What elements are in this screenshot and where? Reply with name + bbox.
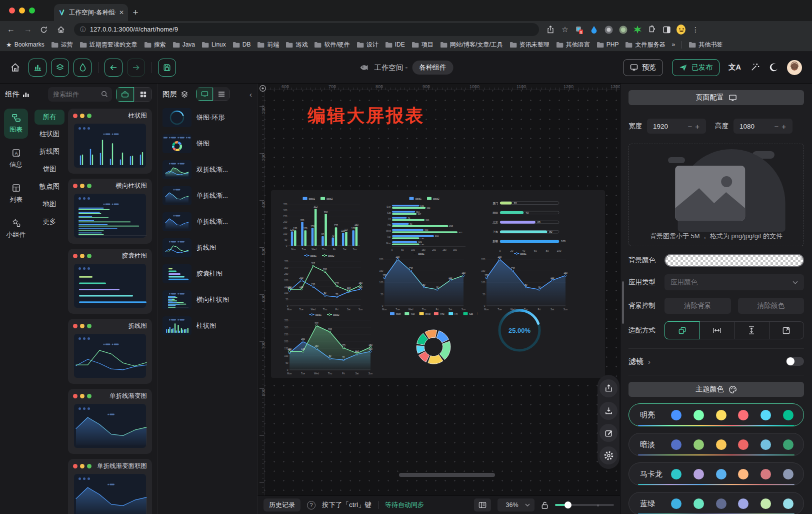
close-window-button[interactable] <box>9 8 15 14</box>
browser-tab[interactable]: 工作空间-各种组件 ✕ <box>54 4 128 21</box>
bookmark-folder[interactable]: 其他语言 <box>556 41 590 49</box>
app-type-select[interactable]: 应用颜色 <box>664 274 804 290</box>
extensions-puzzle-icon[interactable] <box>648 25 656 34</box>
import-icon[interactable] <box>600 402 618 420</box>
slider-knob[interactable] <box>564 501 572 508</box>
tab-close-icon[interactable]: ✕ <box>119 9 124 16</box>
layer-item[interactable]: 饼图 <box>158 131 257 157</box>
layer-item[interactable]: 柱状图 <box>158 313 257 339</box>
save-button[interactable] <box>158 59 176 77</box>
back-icon[interactable]: ← <box>6 25 16 34</box>
category-所有[interactable]: 所有 <box>34 110 64 125</box>
category-散点图[interactable]: 散点图 <box>34 178 64 195</box>
bookmark-star-icon[interactable]: ☆ <box>560 25 570 34</box>
chart-area1[interactable]: data1050100150200MonTueWedThuFriSatSun12… <box>476 250 570 311</box>
bookmark-folder[interactable]: 网站/博客/文章/工具 <box>440 41 503 49</box>
chart-area2[interactable]: data1data2050100150200250300350MonTueWed… <box>279 311 375 375</box>
minimize-window-button[interactable] <box>19 8 25 14</box>
zoom-slider[interactable] <box>555 501 614 508</box>
chart-hbar[interactable]: data1data2050100150200250300Sun130160Sat… <box>381 195 473 251</box>
bookmark-folder[interactable]: DB <box>232 41 251 49</box>
decrement-icon[interactable]: − <box>686 122 694 131</box>
bookmarks-overflow-chevron[interactable]: » <box>672 41 675 48</box>
bg-color-swatch[interactable] <box>664 254 804 267</box>
bookmark-folder[interactable]: 运营 <box>51 41 73 49</box>
layer-thumbnail-view-toggle[interactable] <box>196 88 213 101</box>
component-card[interactable]: 单折线渐变图 <box>68 389 152 454</box>
menu-dots-icon[interactable]: ⋮ <box>691 25 700 34</box>
layer-item[interactable]: 双折线渐... <box>158 157 257 183</box>
bookmark-folder[interactable]: 前端 <box>257 41 279 49</box>
layer-item[interactable]: 折线图 <box>158 235 257 261</box>
fit-width-button[interactable] <box>700 321 735 339</box>
help-icon[interactable]: ? <box>307 501 316 509</box>
other-bookmarks[interactable]: 其他书签 <box>688 41 722 49</box>
layer-item[interactable]: 单折线渐... <box>158 209 257 235</box>
sidebar-nav-图表[interactable]: 图表 <box>4 109 28 139</box>
history-button[interactable]: 历史记录 <box>264 498 300 511</box>
component-card[interactable]: 横向柱状图 <box>68 179 152 244</box>
chart-bar[interactable]: data1data2050100150200250300350120200150… <box>278 195 363 251</box>
bookmark-folder[interactable]: Linux <box>202 41 226 49</box>
edit-icon[interactable] <box>600 424 618 442</box>
chart-capsule[interactable]: 厦门20南阳40北京60上海80新疆100020406080100 <box>484 195 569 253</box>
extension-tag-icon[interactable]: g <box>575 25 584 34</box>
workspace-name[interactable]: 各种组件 <box>412 61 453 75</box>
home-nav-icon[interactable] <box>10 63 20 73</box>
user-avatar[interactable] <box>787 60 802 75</box>
preview-button[interactable]: 预览 <box>623 59 663 76</box>
chart-donut[interactable]: MonTueWedThuFriSatSun <box>389 310 478 376</box>
extension-circle1-icon[interactable] <box>604 25 613 34</box>
layout-panel-toggle[interactable] <box>474 498 491 511</box>
undo-button[interactable] <box>104 59 122 77</box>
bookmark-folder[interactable]: PHP <box>596 41 619 49</box>
increment-icon[interactable]: + <box>694 122 701 131</box>
clear-background-button[interactable]: 清除背景 <box>664 298 731 314</box>
category-折线图[interactable]: 折线图 <box>34 143 64 160</box>
canvas-text-title[interactable]: 编辑大屏报表 <box>308 104 424 128</box>
sidebar-nav-信息[interactable]: A信息 <box>4 144 28 174</box>
magic-wand-icon[interactable] <box>750 63 760 72</box>
extension-drop-icon[interactable] <box>590 25 598 34</box>
chart-line1[interactable]: data1050100150200MonTueWedThuFriSatSun12… <box>374 250 468 311</box>
settings-gear-icon[interactable] <box>600 446 618 464</box>
category-更多[interactable]: 更多 <box>34 213 64 230</box>
component-card[interactable]: 折线图 <box>68 319 152 384</box>
dark-mode-moon-icon[interactable] <box>768 63 778 72</box>
bookmark-folder[interactable]: 搜索 <box>144 41 166 49</box>
bookmark-folder[interactable]: Java <box>172 41 195 49</box>
bookmarks-root[interactable]: ★Bookmarks <box>6 41 44 49</box>
bookmark-folder[interactable]: 软件/硬件 <box>314 41 350 49</box>
bookmark-folder[interactable]: IDE <box>385 41 405 49</box>
collapse-chevron-icon[interactable]: ‹ <box>250 90 252 99</box>
component-card[interactable]: 单折线渐变面积图 <box>68 459 152 514</box>
layers-mode-button[interactable] <box>51 59 69 77</box>
card-view-toggle[interactable] <box>116 87 134 102</box>
lock-icon[interactable] <box>541 501 548 509</box>
dashboard-screen[interactable]: data1data2050100150200250300350120200150… <box>271 190 605 378</box>
bookmark-folder[interactable]: 项目 <box>412 41 434 49</box>
publish-button[interactable]: 已发布 <box>672 59 720 76</box>
editor-canvas[interactable]: 6007008009001000110012001300 20030040050… <box>258 84 620 495</box>
sidebar-nav-列表[interactable]: 列表 <box>4 179 28 209</box>
category-饼图[interactable]: 饼图 <box>34 161 64 177</box>
bookmark-folder[interactable]: 设计 <box>356 41 378 49</box>
maximize-window-button[interactable] <box>29 8 35 14</box>
component-card[interactable]: 胶囊柱图 <box>68 249 152 314</box>
new-tab-button[interactable]: + <box>128 4 143 21</box>
profile-avatar[interactable] <box>676 25 686 34</box>
layer-item[interactable]: 饼图-环形 <box>158 105 257 131</box>
component-card[interactable]: 柱状图 <box>68 109 152 174</box>
theme-row-马卡龙[interactable]: 马卡龙 <box>628 462 804 485</box>
background-upload-dropzone[interactable]: 背景图需小于 5M ， 格式为 png/jpg/gif 的文件 <box>628 144 804 246</box>
chart-line2[interactable]: data1data2050100150200250300350MonTueWed… <box>279 252 365 311</box>
home-icon[interactable] <box>57 26 67 34</box>
layer-list-view-toggle[interactable] <box>213 88 230 101</box>
clear-color-button[interactable]: 清除颜色 <box>738 298 804 314</box>
language-icon[interactable]: 文A <box>728 63 741 72</box>
bookmark-folder[interactable]: 近期需要读的文章 <box>80 41 138 49</box>
theme-row-明亮[interactable]: 明亮 <box>628 403 804 426</box>
zoom-select[interactable]: 36% <box>498 498 534 511</box>
category-柱状图[interactable]: 柱状图 <box>34 126 64 142</box>
height-stepper[interactable]: 1080 −+ <box>734 119 792 134</box>
